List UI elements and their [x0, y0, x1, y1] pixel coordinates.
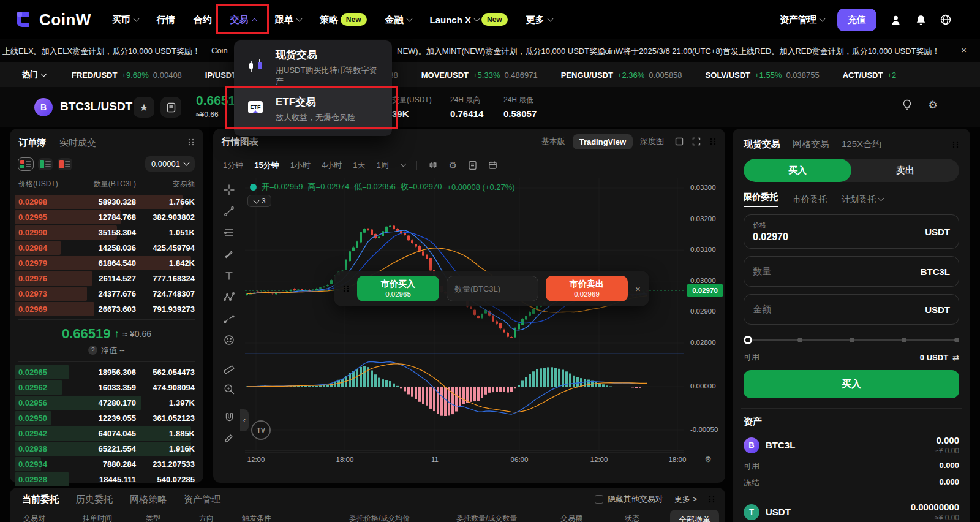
bid-row[interactable]: 0.0292818445.111540.07285 [18, 472, 195, 487]
bid-row[interactable]: 0.0295012239.055361.052123 [18, 410, 195, 426]
bid-row[interactable]: 0.0295647280.1701.397K [18, 395, 195, 410]
tab-orderbook[interactable]: 订单簿 [18, 137, 46, 149]
checkbox-icon[interactable] [595, 495, 603, 504]
order-type-计划委托[interactable]: 计划委托 [842, 192, 883, 207]
calendar-icon[interactable] [488, 161, 497, 170]
quick-qty-input[interactable] [447, 276, 538, 301]
interval-4小时[interactable]: 4小时 [322, 160, 342, 171]
nav-item-交易[interactable]: 交易 [230, 14, 257, 26]
pair-selector[interactable]: BTC3L/USDT [60, 100, 142, 113]
ask-row[interactable]: 0.0299858930.3281.766K [18, 194, 195, 210]
sell-side-tab[interactable]: 卖出 [851, 159, 959, 182]
fib-lines-tool[interactable] [219, 223, 239, 243]
ask-row[interactable]: 0.0299512784.768382.903802 [18, 210, 195, 225]
drag-dots-icon[interactable] [952, 140, 959, 149]
ask-row[interactable]: 0.0297626114.527777.168324 [18, 271, 195, 286]
cancel-all-button[interactable]: 全部撤单 [670, 510, 719, 522]
slider-knob[interactable] [744, 336, 752, 344]
interval-1天[interactable]: 1天 [353, 160, 365, 171]
tab-trades[interactable]: 实时成交 [59, 137, 96, 149]
view-tab-TradingView[interactable]: TradingView [573, 134, 633, 149]
nav-item-策略[interactable]: 策略New [320, 13, 367, 26]
price-axis[interactable]: 0.033000.032000.031000.030000.029000.028… [685, 178, 725, 480]
axis-settings-gear-icon[interactable]: ⚙ [704, 455, 712, 464]
market-buy-button[interactable]: 市价买入0.02965 [357, 276, 439, 301]
orders-tab-当前委托[interactable]: 当前委托 [22, 494, 59, 505]
trade-tab-现货交易[interactable]: 现货交易 [744, 138, 780, 150]
indicator-doc-icon[interactable] [468, 161, 477, 170]
magnet-tool[interactable] [219, 407, 239, 426]
orders-tab-历史委托[interactable]: 历史委托 [76, 494, 113, 505]
favorite-star-button[interactable]: ★ [134, 97, 154, 118]
nav-item-买币[interactable]: 买币 [112, 14, 138, 26]
brush-tool[interactable] [219, 244, 239, 264]
menu-item-etf[interactable]: ETFETF交易放大收益，无爆仓风险 [234, 88, 392, 130]
bid-row[interactable]: 0.0296216033.359474.908094 [18, 380, 195, 395]
book-layout-both-icon[interactable] [18, 158, 33, 170]
notifications-bell-icon[interactable] [914, 13, 927, 26]
nav-item-跟单[interactable]: 跟单 [275, 14, 301, 26]
order-type-市价委托[interactable]: 市价委托 [793, 192, 827, 207]
view-tab-深度图[interactable]: 深度图 [640, 136, 664, 147]
ask-row[interactable]: 0.0297324377.676724.748307 [18, 286, 195, 301]
drag-dots-icon[interactable] [342, 284, 350, 293]
chevron-down-icon[interactable] [400, 161, 406, 167]
crosshair-tool[interactable] [219, 180, 239, 200]
trade-tab-网格交易[interactable]: 网格交易 [793, 138, 829, 150]
precision-select[interactable]: 0.00001 [145, 156, 195, 172]
interval-1分钟[interactable]: 1分钟 [223, 160, 243, 171]
hide-other-pairs-toggle[interactable]: 隐藏其他交易对 [595, 494, 663, 505]
settings-button[interactable]: ⚙ [924, 96, 942, 114]
order-type-限价委托[interactable]: 限价委托 [744, 192, 778, 207]
quantity-input[interactable]: 数量 BTC3L [744, 256, 959, 287]
language-globe-icon[interactable] [940, 13, 952, 26]
tips-bulb-button[interactable] [898, 96, 916, 114]
ask-row[interactable]: 0.0299035158.3041.051K [18, 225, 195, 240]
buy-submit-button[interactable]: 买入 [744, 370, 959, 398]
toolbar-collapse-handle[interactable]: ‹ [240, 409, 249, 431]
pattern-tool[interactable] [219, 287, 239, 307]
emoji-tool[interactable] [219, 330, 239, 350]
drag-dots-icon[interactable] [709, 137, 717, 146]
orders-tab-网格策略[interactable]: 网格策略 [130, 494, 167, 505]
trendline-tool[interactable] [219, 202, 239, 221]
bid-row[interactable]: 0.029347880.284231.207533 [18, 456, 195, 472]
fullscreen-icon[interactable] [692, 137, 701, 146]
view-tab-基本版[interactable]: 基本版 [541, 136, 565, 147]
nav-item-Launch X[interactable]: Launch XNew [430, 13, 508, 26]
more-link[interactable]: 更多 > [674, 494, 697, 505]
nav-item-行情[interactable]: 行情 [157, 14, 175, 26]
forecast-tool[interactable] [219, 309, 239, 328]
user-icon[interactable] [889, 13, 902, 26]
ticker-item[interactable]: MOVE/USDT+5.33%0.486971 [421, 70, 538, 80]
announcement-close-icon[interactable]: × [961, 45, 967, 55]
nav-item-合约[interactable]: 合约 [194, 14, 212, 26]
nav-item-金融[interactable]: 金融 [385, 14, 412, 26]
candle-style-icon[interactable] [428, 161, 438, 170]
close-icon[interactable]: × [635, 284, 641, 294]
interval-15分钟[interactable]: 15分钟 [254, 160, 279, 171]
legend-collapse-chip[interactable]: 3 [247, 195, 271, 207]
bid-row[interactable]: 0.0294264074.0451.885K [18, 426, 195, 441]
ticker-item[interactable]: FRED/USDT+9.68%0.00408 [72, 70, 182, 80]
book-layout-asks-icon[interactable] [58, 158, 72, 170]
chart-settings-gear-icon[interactable]: ⚙ [449, 160, 457, 171]
maximize-icon[interactable] [675, 137, 684, 146]
ask-row[interactable]: 0.0297961864.5401.842K [18, 255, 195, 271]
ask-row[interactable]: 0.0298414258.036425.459794 [18, 240, 195, 255]
time-axis[interactable]: 12:0018:001106:0012:0018:00 [245, 452, 684, 466]
ticker-item[interactable]: SOLV/USDT+1.55%0.038755 [706, 70, 820, 80]
transfer-icon[interactable]: ⇄ [952, 353, 959, 362]
nav-item-更多[interactable]: 更多 [526, 14, 552, 26]
drag-dots-icon[interactable] [187, 137, 195, 149]
ask-row[interactable]: 0.0296926673.603791.939273 [18, 301, 195, 317]
text-tool-tool[interactable] [219, 266, 239, 286]
coinw-logo[interactable]: CoinW [13, 9, 91, 30]
bid-row[interactable]: 0.0293865221.5541.916K [18, 441, 195, 456]
price-input[interactable]: 价格0.02970 USDT [744, 214, 959, 249]
ticker-item[interactable]: PENGU/USDT+2.36%0.005858 [561, 70, 682, 80]
bid-row[interactable]: 0.0296518956.306562.054473 [18, 365, 195, 380]
help-icon[interactable]: ? [88, 346, 97, 355]
orders-tab-资产管理[interactable]: 资产管理 [184, 494, 221, 505]
amount-input[interactable]: 金额 USDT [744, 294, 959, 325]
